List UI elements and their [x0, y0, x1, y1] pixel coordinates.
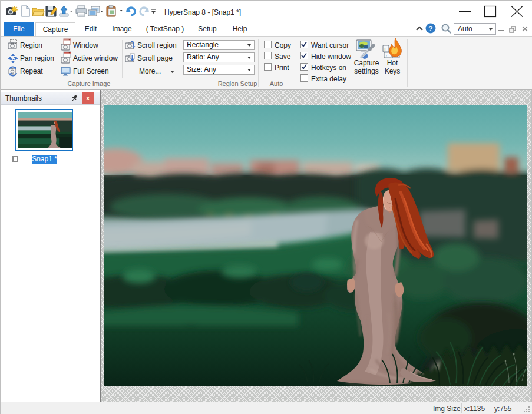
svg-text:?: ? — [428, 25, 432, 33]
svg-text:F: F — [385, 47, 387, 51]
